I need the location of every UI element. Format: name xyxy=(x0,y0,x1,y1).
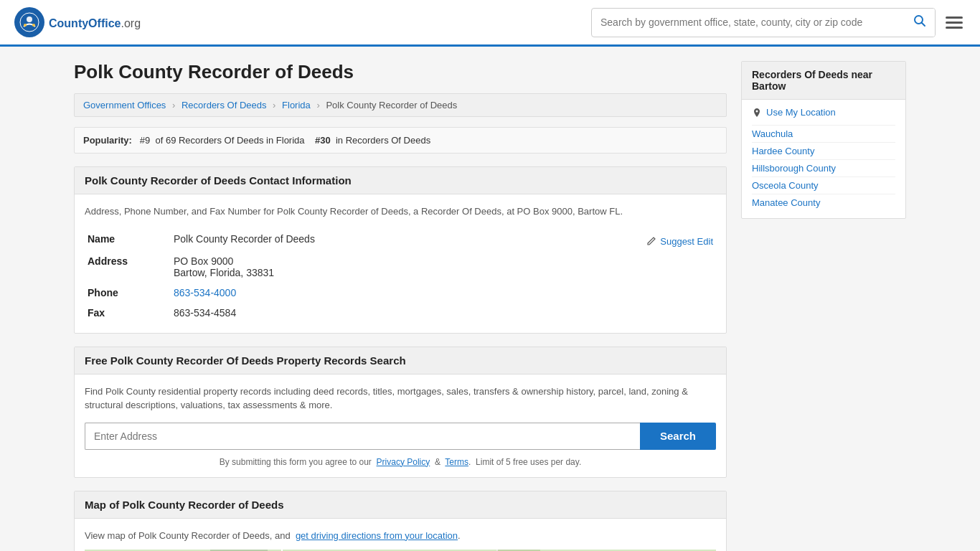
phone-value: 863-534-4000 xyxy=(171,283,716,303)
fax-label: Fax xyxy=(85,303,171,323)
main-container: Polk County Recorder of Deeds Government… xyxy=(60,47,920,551)
sidebar-link-manatee[interactable]: Manatee County xyxy=(752,194,895,211)
contact-table: Name Polk County Recorder of Deeds Sugge… xyxy=(85,229,716,323)
form-disclaimer: By submitting this form you agree to our… xyxy=(85,457,716,467)
property-description: Find Polk County residential property re… xyxy=(85,385,716,413)
contact-section-header: Polk County Recorder of Deeds Contact In… xyxy=(75,167,726,194)
global-search-input[interactable] xyxy=(592,11,905,34)
svg-point-2 xyxy=(24,24,27,27)
address-search-row: Search xyxy=(85,423,716,450)
contact-section: Polk County Recorder of Deeds Contact In… xyxy=(74,166,727,334)
name-value: Polk County Recorder of Deeds Suggest Ed… xyxy=(171,229,716,251)
global-search-bar xyxy=(591,8,936,37)
sidebar-header: Recorders Of Deeds near Bartow xyxy=(742,62,905,100)
hamburger-menu-button[interactable] xyxy=(943,14,966,32)
site-header: CountyOffice.org xyxy=(0,0,980,47)
main-content: Polk County Recorder of Deeds Government… xyxy=(74,61,727,551)
privacy-policy-link[interactable]: Privacy Policy xyxy=(377,457,430,467)
breadcrumb: Government Offices › Recorders Of Deeds … xyxy=(74,93,727,117)
breadcrumb-link-gov[interactable]: Government Offices xyxy=(83,100,166,110)
map-section-body: View map of Polk County Recorder of Deed… xyxy=(75,519,726,552)
search-button[interactable]: Search xyxy=(640,423,716,450)
rank2-text: in Recorders Of Deeds xyxy=(336,135,430,146)
page-title: Polk County Recorder of Deeds xyxy=(74,61,727,83)
logo-text: CountyOffice.org xyxy=(49,14,141,31)
rank1: #9 xyxy=(140,135,150,146)
address-value: PO Box 9000 Bartow, Florida, 33831 xyxy=(171,251,716,283)
property-search-header: Free Polk County Recorder Of Deeds Prope… xyxy=(75,347,726,375)
breadcrumb-link-recorders[interactable]: Recorders Of Deeds xyxy=(182,100,267,110)
property-search-section: Free Polk County Recorder Of Deeds Prope… xyxy=(74,347,727,478)
table-row: Fax 863-534-4584 xyxy=(85,303,716,323)
sidebar-body: Use My Location Wauchula Hardee County H… xyxy=(742,100,905,218)
sidebar: Recorders Of Deeds near Bartow Use My Lo… xyxy=(741,61,906,551)
map-section-header: Map of Polk County Recorder of Deeds xyxy=(75,491,726,519)
rank2: #30 xyxy=(315,135,331,146)
contact-description: Address, Phone Number, and Fax Number fo… xyxy=(85,204,716,219)
logo-area: CountyOffice.org xyxy=(14,7,141,37)
popularity-bar: Popularity: #9 of 69 Recorders Of Deeds … xyxy=(74,127,727,154)
location-pin-icon xyxy=(752,108,762,118)
breadcrumb-link-florida[interactable]: Florida xyxy=(282,100,311,110)
global-search-button[interactable] xyxy=(905,9,935,37)
phone-link[interactable]: 863-534-4000 xyxy=(174,287,236,298)
name-label: Name xyxy=(85,229,171,251)
header-right xyxy=(591,8,966,37)
svg-point-3 xyxy=(32,24,35,27)
table-row: Name Polk County Recorder of Deeds Sugge… xyxy=(85,229,716,251)
property-search-body: Find Polk County residential property re… xyxy=(75,375,726,477)
svg-point-16 xyxy=(756,110,758,112)
map-description: View map of Polk County Recorder of Deed… xyxy=(85,529,716,543)
sidebar-card: Recorders Of Deeds near Bartow Use My Lo… xyxy=(741,61,906,219)
popularity-label: Popularity: xyxy=(83,135,132,146)
edit-icon xyxy=(646,236,656,246)
contact-section-body: Address, Phone Number, and Fax Number fo… xyxy=(75,194,726,333)
sidebar-link-osceola[interactable]: Osceola County xyxy=(752,176,895,194)
fax-value: 863-534-4584 xyxy=(171,303,716,323)
phone-label: Phone xyxy=(85,283,171,303)
address-input[interactable] xyxy=(85,423,640,450)
sidebar-link-hillsborough[interactable]: Hillsborough County xyxy=(752,159,895,176)
rank1-text: of 69 Recorders Of Deeds in Florida xyxy=(155,135,304,146)
use-my-location-link[interactable]: Use My Location xyxy=(752,107,895,118)
breadcrumb-current: Polk County Recorder of Deeds xyxy=(326,100,457,110)
sidebar-link-hardee[interactable]: Hardee County xyxy=(752,142,895,159)
address-label: Address xyxy=(85,251,171,283)
sidebar-link-wauchula[interactable]: Wauchula xyxy=(752,125,895,142)
logo-icon xyxy=(14,7,44,37)
terms-link[interactable]: Terms xyxy=(445,457,468,467)
suggest-edit-link[interactable]: Suggest Edit xyxy=(646,236,713,247)
svg-point-1 xyxy=(27,17,32,22)
table-row: Address PO Box 9000 Bartow, Florida, 338… xyxy=(85,251,716,283)
map-section: Map of Polk County Recorder of Deeds Vie… xyxy=(74,491,727,552)
driving-directions-link[interactable]: get driving directions from your locatio… xyxy=(296,530,458,541)
table-row: Phone 863-534-4000 xyxy=(85,283,716,303)
svg-line-5 xyxy=(922,22,925,26)
